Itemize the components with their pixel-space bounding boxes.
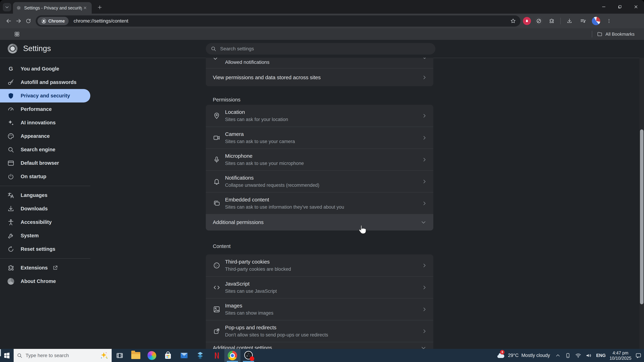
puzzle-icon — [7, 264, 15, 272]
taskbar-clock[interactable]: 4:47 pm 10/10/2025 — [610, 350, 632, 361]
mail-icon[interactable] — [176, 349, 192, 362]
extension-red-icon[interactable] — [523, 17, 531, 25]
copilot-icon[interactable] — [144, 349, 160, 362]
sidebar-item-languages[interactable]: Languages — [0, 189, 90, 202]
row-title: Notifications — [225, 175, 422, 181]
sidebar-item-performance[interactable]: Performance — [0, 102, 90, 116]
sidebar-item-appearance[interactable]: Appearance — [0, 129, 90, 143]
apps-grid-icon[interactable] — [14, 31, 20, 37]
taskbar-obs-icon[interactable] — [240, 349, 256, 362]
settings-gear-icon — [16, 5, 21, 10]
back-button[interactable] — [4, 16, 14, 26]
volume-icon[interactable] — [586, 353, 592, 359]
downloads-icon[interactable] — [564, 16, 574, 26]
third-party-cookies-row[interactable]: Third-party cookies Third-party cookies … — [206, 254, 433, 276]
media-list-icon[interactable] — [578, 16, 588, 26]
sidebar-item-you-and-google[interactable]: You and Google — [0, 62, 90, 75]
reload-button[interactable] — [24, 16, 33, 26]
row-title: Location — [225, 109, 422, 115]
sidebar-item-system[interactable]: System — [0, 229, 90, 242]
close-button[interactable] — [628, 0, 644, 14]
bookmarks-separator — [592, 31, 592, 37]
toolbar-separator — [560, 18, 561, 24]
all-bookmarks-button[interactable]: All Bookmarks — [597, 31, 634, 37]
sidebar-item-on-startup[interactable]: On startup — [0, 170, 90, 183]
task-view-button[interactable] — [112, 349, 128, 362]
weather-widget[interactable]: 3 29°C Mostly cloudy — [496, 351, 550, 360]
chevron-right-icon — [422, 157, 427, 162]
microsoft-store-icon[interactable] — [160, 349, 176, 362]
active-tab[interactable]: Settings - Privacy and security — [13, 2, 92, 14]
menu-kebab-icon[interactable] — [604, 16, 614, 26]
defender-diamond-icon[interactable] — [192, 349, 208, 362]
row-subtitle: Sites can ask for your location — [225, 117, 422, 122]
sidebar-item-search-engine[interactable]: Search engine — [0, 143, 90, 156]
action-center-icon[interactable] — [635, 352, 642, 359]
extensions-puzzle-icon[interactable] — [547, 16, 556, 26]
sidebar-item-extensions[interactable]: Extensions — [0, 261, 90, 275]
tray-chevron-up-icon[interactable] — [555, 353, 560, 358]
sidebar-item-accessibility[interactable]: Accessibility — [0, 215, 90, 229]
network-wifi-icon[interactable] — [575, 353, 581, 359]
tab-title: Settings - Privacy and security — [24, 5, 82, 10]
sidebar-item-privacy-security[interactable]: Privacy and security — [0, 89, 90, 102]
images-row[interactable]: Images Sites can show images — [206, 298, 433, 320]
page-scrollbar[interactable] — [640, 58, 644, 349]
additional-permissions-row[interactable]: Additional permissions — [206, 214, 433, 231]
location-pin-icon — [213, 112, 220, 120]
site-chip[interactable]: Chrome — [38, 17, 68, 25]
settings-sidebar: You and Google Autofill and passwords Pr… — [0, 58, 91, 288]
scrollbar-thumb[interactable] — [640, 129, 644, 304]
microphone-row[interactable]: Microphone Sites can ask to use your mic… — [206, 148, 433, 170]
magnifier-icon — [7, 146, 15, 154]
sidebar-item-default-browser[interactable]: Default browser — [0, 156, 90, 170]
sidebar-item-downloads[interactable]: Downloads — [0, 202, 90, 215]
sidebar-item-label: Accessibility — [21, 219, 52, 225]
settings-body: You and Google Autofill and passwords Pr… — [0, 58, 644, 349]
sidebar-item-reset-settings[interactable]: Reset settings — [0, 242, 90, 256]
embedded-content-row[interactable]: Embedded content Sites can ask to use in… — [206, 192, 433, 214]
address-bar[interactable]: Chrome chrome://settings/content — [36, 15, 520, 26]
taskbar-search-box[interactable] — [14, 349, 112, 362]
settings-search-input[interactable] — [220, 46, 430, 52]
start-button[interactable] — [0, 349, 14, 362]
file-explorer-icon[interactable] — [128, 349, 144, 362]
chevron-right-icon — [422, 75, 427, 80]
tab-search-button[interactable] — [3, 3, 11, 11]
chevron-right-icon — [422, 179, 427, 184]
new-tab-button[interactable] — [96, 3, 104, 11]
maximize-button[interactable] — [612, 0, 628, 14]
camera-row[interactable]: Camera Sites can ask to use your camera — [206, 127, 433, 148]
sidebar-item-autofill[interactable]: Autofill and passwords — [0, 75, 90, 89]
notifications-row[interactable]: Notifications Collapse unwanted requests… — [206, 170, 433, 192]
allowed-notifications-row[interactable]: Allowed notifications — [206, 58, 433, 68]
tab-strip: Settings - Privacy and security — [0, 0, 644, 14]
taskbar-search-input[interactable] — [25, 353, 97, 359]
javascript-row[interactable]: JavaScript Sites can use JavaScript — [206, 276, 433, 298]
sidebar-item-about-chrome[interactable]: About Chrome — [0, 275, 90, 288]
row-subtitle: Sites can ask to use information they've… — [225, 204, 422, 210]
language-indicator[interactable]: ENG — [596, 353, 606, 358]
bookmark-star-icon[interactable] — [510, 18, 516, 24]
tray-device-icon[interactable] — [565, 353, 571, 358]
tab-close-button[interactable] — [82, 5, 88, 11]
taskbar-edge-highlight — [0, 349, 1, 356]
additional-permissions-label: Additional permissions — [213, 219, 264, 225]
forward-button[interactable] — [14, 16, 24, 26]
taskbar-chrome-icon[interactable] — [224, 349, 240, 362]
minimize-button[interactable] — [596, 0, 612, 14]
permissions-card: Location Sites can ask for your location… — [206, 105, 433, 231]
popups-redirects-row[interactable]: Pop-ups and redirects Don't allow sites … — [206, 320, 433, 342]
profile-avatar[interactable] — [592, 17, 600, 25]
additional-content-settings-row[interactable]: Additional content settings — [206, 342, 433, 349]
settings-search-box[interactable] — [206, 43, 436, 54]
location-row[interactable]: Location Sites can ask for your location — [206, 105, 433, 127]
browser-window-icon — [7, 159, 15, 167]
sidebar-item-label: System — [21, 233, 39, 239]
extension-blocker-icon[interactable] — [535, 17, 543, 25]
sidebar-item-ai-innovations[interactable]: AI innovations — [0, 116, 90, 129]
sidebar-item-label: Performance — [21, 106, 52, 112]
view-permissions-row[interactable]: View permissions and data stored across … — [206, 68, 433, 86]
chevron-right-icon — [422, 263, 427, 268]
netflix-icon[interactable] — [208, 349, 224, 362]
